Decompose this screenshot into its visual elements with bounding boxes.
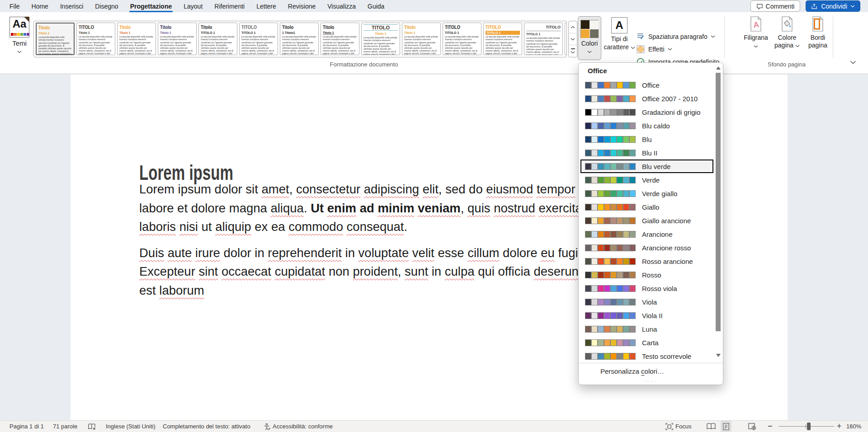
- word-count[interactable]: 71 parole: [53, 421, 77, 432]
- zoom-slider-thumb[interactable]: [807, 423, 811, 430]
- style-set-thumbnail[interactable]: Titolo Titolo 1 La raccolta disponibili …: [117, 23, 156, 55]
- style-set-thumbnail[interactable]: Titolo Titolo 1 La raccolta disponibili …: [565, 23, 567, 55]
- style-set-thumbnail[interactable]: Titolo TITOLO 1 La raccolta disponibili …: [198, 23, 237, 55]
- style-set-thumbnail[interactable]: Titolo Titolo 1 La raccolta disponibili …: [402, 23, 441, 55]
- text-segment: [164, 246, 168, 260]
- menu-tab[interactable]: Visualizza: [326, 0, 357, 12]
- theme-color-option[interactable]: Blu: [580, 132, 713, 146]
- style-set-thumbnail[interactable]: Titolo Titolo 1 La raccolta disponibili …: [36, 23, 75, 55]
- theme-color-option[interactable]: Giallo: [580, 200, 713, 214]
- proofing-status-icon[interactable]: [88, 421, 96, 432]
- customize-colors-item[interactable]: Personalizza colori…: [600, 367, 664, 375]
- theme-color-option[interactable]: Rosso: [580, 268, 713, 282]
- text-segment: proident: [353, 264, 397, 278]
- style-set-thumbnail[interactable]: Titolo Titolo 1 La raccolta disponibili …: [321, 23, 359, 55]
- dropdown-scrollbar[interactable]: [715, 64, 722, 362]
- scrollbar-thumb[interactable]: [716, 73, 721, 331]
- colors-button[interactable]: Colori: [578, 16, 601, 60]
- share-button[interactable]: Condividi: [806, 0, 860, 12]
- style-set-thumbnail[interactable]: TITOLO Titolo 1 La raccolta disponibili …: [361, 23, 400, 55]
- scroll-down-arrow-icon[interactable]: [716, 354, 721, 357]
- swatch: [617, 244, 623, 251]
- swatch: [604, 122, 610, 129]
- theme-color-option[interactable]: Rosso arancione: [580, 254, 713, 268]
- theme-color-option[interactable]: Gradazioni di grigio: [580, 105, 713, 119]
- page-color-button[interactable]: Colore pagina: [771, 16, 803, 49]
- fonts-button[interactable]: A Tipi di carattere: [602, 16, 637, 61]
- style-set-title: TITOLO: [79, 24, 108, 30]
- style-set-thumbnail[interactable]: TITOLO TITOLO 1 La raccolta disponibili …: [483, 23, 522, 55]
- theme-color-option[interactable]: Office: [580, 78, 713, 92]
- menu-tab[interactable]: Home: [30, 0, 50, 12]
- text-completion-indicator[interactable]: Completamento del testo: attivato: [163, 421, 250, 432]
- theme-color-option[interactable]: Viola II: [580, 309, 713, 322]
- focus-mode-button[interactable]: Focus: [665, 421, 691, 432]
- watermark-button[interactable]: A Filigrana: [741, 16, 770, 50]
- read-mode-button[interactable]: [707, 421, 716, 432]
- accessibility-indicator[interactable]: Accessibilità: conforme: [264, 421, 333, 432]
- zoom-slider-track[interactable]: [778, 426, 834, 427]
- theme-color-option[interactable]: Blu caldo: [580, 119, 713, 132]
- page-borders-button[interactable]: Bordi pagina: [804, 16, 832, 49]
- web-layout-button[interactable]: [748, 421, 756, 432]
- swatch: [604, 326, 610, 333]
- style-set-subtitle: Titolo 1: [323, 31, 357, 35]
- theme-color-option[interactable]: Testo scorrevole: [580, 349, 713, 363]
- theme-color-option[interactable]: Office 2007 - 2010: [580, 92, 713, 105]
- text-segment: tempor: [537, 182, 576, 196]
- comments-button[interactable]: Commenti: [750, 0, 801, 12]
- scroll-up-arrow-icon[interactable]: [716, 66, 721, 70]
- theme-color-option[interactable]: Rosso viola: [580, 282, 713, 295]
- menu-tab[interactable]: Lettere: [255, 0, 278, 12]
- style-set-subtitle-text: Titolo 1: [38, 32, 50, 35]
- themes-button[interactable]: Aa Temi: [6, 16, 33, 61]
- document-body-text[interactable]: Lorem ipsum dolor sit amet, consectetur …: [139, 180, 645, 300]
- menu-tab[interactable]: Layout: [182, 0, 204, 12]
- menu-tab[interactable]: Guida: [366, 0, 386, 12]
- theme-color-option[interactable]: Arancione: [580, 227, 713, 241]
- menu-tab-label: Progettazione: [130, 3, 172, 10]
- effects-button[interactable]: Effetti: [637, 44, 672, 54]
- gallery-scroll-up-button[interactable]: [569, 21, 577, 33]
- share-icon: [811, 3, 818, 9]
- theme-color-option[interactable]: Blu II: [580, 146, 713, 160]
- style-set-thumbnail[interactable]: TITOLO TITOLO 1 La raccolta disponibili …: [239, 23, 278, 55]
- theme-color-option[interactable]: Viola: [580, 295, 713, 309]
- zoom-in-button[interactable]: +: [837, 421, 842, 432]
- theme-color-option[interactable]: Verde giallo: [580, 187, 713, 200]
- menu-tab[interactable]: Inserisci: [59, 0, 85, 12]
- theme-color-option[interactable]: Verde: [580, 173, 713, 187]
- gallery-scroll-down-button[interactable]: [569, 33, 577, 46]
- dropdown-resize-grip[interactable]: ····: [579, 378, 723, 384]
- swatch: [591, 258, 598, 265]
- style-set-thumbnail[interactable]: TITOLO TITOLO 1 La raccolta disponibili …: [443, 23, 481, 55]
- zoom-out-button[interactable]: −: [768, 421, 773, 432]
- swatch: [585, 109, 591, 116]
- paragraph-spacing-button[interactable]: Spaziatura paragrafo: [637, 32, 715, 42]
- theme-color-option[interactable]: Blu verde: [580, 160, 713, 173]
- collapse-ribbon-button[interactable]: [850, 58, 856, 66]
- style-set-thumbnail[interactable]: Titolo Titolo 1 La raccolta disponibili …: [158, 23, 197, 55]
- theme-color-option[interactable]: Luna: [580, 322, 713, 336]
- theme-color-option[interactable]: Arancione rosso: [580, 241, 713, 254]
- style-set-thumbnail[interactable]: Titolo 1 Titolo1 La raccolta disponibili…: [280, 23, 319, 55]
- zoom-level[interactable]: 160%: [846, 421, 861, 432]
- menu-tab[interactable]: File: [8, 0, 21, 12]
- theme-color-option[interactable]: Giallo arancione: [580, 214, 713, 227]
- gallery-more-button[interactable]: [569, 45, 577, 57]
- text-segment: [271, 264, 275, 278]
- menu-tab[interactable]: Revisione: [287, 0, 317, 12]
- page-indicator[interactable]: Pagina 1 di 1: [9, 421, 44, 432]
- swatch: [610, 244, 617, 251]
- menu-tab[interactable]: Disegno: [94, 0, 119, 12]
- theme-color-option[interactable]: Carta: [580, 336, 713, 349]
- theme-color-swatches: [585, 122, 636, 129]
- style-set-thumbnail[interactable]: TITOLO Titolo 1 La raccolta disponibili …: [76, 23, 115, 55]
- print-layout-button[interactable]: [721, 421, 731, 432]
- swatch: [629, 136, 636, 143]
- swatch: [629, 217, 636, 224]
- menu-tab[interactable]: Progettazione: [129, 0, 174, 12]
- menu-tab[interactable]: Riferimenti: [213, 0, 246, 12]
- language-indicator[interactable]: Inglese (Stati Uniti): [106, 421, 156, 432]
- style-set-thumbnail[interactable]: TITOLO TITOLO 1 La raccolta disponibili …: [524, 23, 563, 55]
